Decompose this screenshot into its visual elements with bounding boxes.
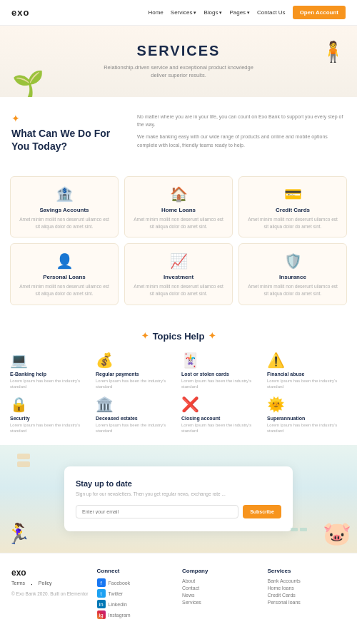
- services-grid: 🏦 Savings Accounts Amet minim mollit non…: [0, 169, 357, 320]
- footer-twitter-link[interactable]: t Twitter: [97, 589, 176, 598]
- service-card-personal-loans[interactable]: 👤 Personal Loans Amet minim mollit non d…: [10, 243, 119, 305]
- home-loans-icon: 🏠: [170, 185, 188, 203]
- footer-linkedin-link[interactable]: in LinkedIn: [97, 600, 176, 608]
- hero-figure-decoration: 🧍: [318, 40, 347, 63]
- topic-security[interactable]: 🔒 Security Lorem Ipsum has been the indu…: [10, 396, 90, 434]
- credit-cards-icon: 💳: [284, 185, 302, 203]
- newsletter-email-input[interactable]: [76, 505, 238, 518]
- hero-plant-decoration: 🌱: [10, 71, 46, 97]
- service-card-savings[interactable]: 🏦 Savings Accounts Amet minim mollit non…: [10, 176, 119, 238]
- topics-star-left: ✦: [141, 331, 149, 341]
- topic-deceased-estates[interactable]: 🏛️ Deceased estates Lorem Ipsum has been…: [96, 396, 176, 434]
- security-title: Security: [10, 416, 30, 421]
- decor-rect-1: [17, 454, 30, 459]
- topics-section: ✦ Topics Help ✦ 💻 E-Banking help Lorem I…: [0, 320, 357, 446]
- footer-company-news[interactable]: News: [182, 593, 261, 598]
- topics-title: ✦ Topics Help ✦: [10, 331, 347, 342]
- lost-cards-desc: Lorem Ipsum has been the industry's stan…: [181, 378, 261, 390]
- footer-policy-links: Terms · Policy: [11, 581, 90, 588]
- ebanking-title: E-Banking help: [10, 372, 46, 377]
- what-heading: What Can We Do For You Today?: [11, 127, 126, 153]
- topics-grid: 💻 E-Banking help Lorem Ipsum has been th…: [10, 352, 347, 434]
- nav-contact[interactable]: Contact Us: [257, 9, 286, 16]
- superannuation-title: Superannuation: [267, 416, 305, 421]
- subscribe-button[interactable]: Subscribe: [243, 505, 281, 518]
- nav-pages[interactable]: Pages: [229, 9, 250, 16]
- nav-services[interactable]: Services: [171, 9, 197, 16]
- footer-company-contact[interactable]: Contact: [182, 586, 261, 591]
- newsletter-figure-left: 🏃‍♀️: [6, 522, 31, 546]
- deceased-estates-icon: 🏛️: [96, 396, 114, 413]
- footer-instagram-link[interactable]: ig Instagram: [97, 610, 176, 619]
- logo: exo: [11, 7, 29, 18]
- home-loans-desc: Amet minim mollit non deserunt ullamco e…: [132, 216, 225, 230]
- topic-payments[interactable]: 💰 Regular payments Lorem Ipsum has been …: [96, 352, 176, 390]
- closing-account-icon: ❌: [181, 396, 199, 413]
- insurance-title: Insurance: [279, 274, 306, 280]
- footer-company-heading: Company: [182, 568, 261, 574]
- footer-copyright: © Exo Bank 2020. Built on Elementor: [11, 591, 90, 596]
- what-body1: No matter where you are in your life, yo…: [137, 113, 346, 128]
- nav-home[interactable]: Home: [148, 9, 163, 16]
- newsletter-figure-right: 🐷: [323, 520, 351, 547]
- footer-services-home-loans[interactable]: Home loans: [268, 586, 346, 591]
- nav-blogs[interactable]: Blogs: [203, 9, 222, 16]
- deceased-estates-title: Deceased estates: [96, 416, 138, 421]
- instagram-icon: ig: [97, 610, 106, 619]
- service-card-insurance[interactable]: 🛡️ Insurance Amet minim mollit non deser…: [238, 243, 347, 305]
- footer-company-about[interactable]: About: [182, 578, 261, 583]
- what-left: ✦ What Can We Do For You Today?: [11, 113, 126, 153]
- footer-facebook-link[interactable]: f Facebook: [97, 578, 176, 587]
- newsletter-decor-tl: [17, 454, 30, 467]
- topic-ebanking[interactable]: 💻 E-Banking help Lorem Ipsum has been th…: [10, 352, 90, 390]
- newsletter-box: Stay up to date Sign up for our newslett…: [64, 466, 293, 531]
- footer-policy-link[interactable]: Policy: [39, 581, 52, 588]
- investment-title: Investment: [164, 274, 193, 280]
- footer-services-personal-loans[interactable]: Personal loans: [268, 600, 346, 605]
- insurance-icon: 🛡️: [284, 252, 302, 270]
- superannuation-icon: 🌞: [267, 396, 285, 413]
- decor-rect-4: [300, 528, 307, 531]
- linkedin-icon: in: [97, 600, 106, 608]
- nav-links: Home Services Blogs Pages Contact Us Ope…: [148, 6, 346, 19]
- open-account-button[interactable]: Open Account: [293, 6, 346, 19]
- star-decoration: ✦: [11, 113, 126, 124]
- credit-cards-desc: Amet minim mollit non deserunt ullamco e…: [246, 216, 339, 230]
- superannuation-desc: Lorem Ipsum has been the industry's stan…: [267, 422, 347, 434]
- topic-financial-abuse[interactable]: ⚠️ Financial abuse Lorem Ipsum has been …: [267, 352, 347, 390]
- investment-desc: Amet minim mollit non deserunt ullamco e…: [132, 283, 225, 297]
- footer-top: exo Terms · Policy © Exo Bank 2020. Buil…: [11, 568, 346, 621]
- footer-services-credit-cards[interactable]: Credit Cards: [268, 593, 346, 598]
- footer-connect: Connect f Facebook t Twitter in LinkedIn…: [97, 568, 176, 621]
- topic-lost-cards[interactable]: 🃏 Lost or stolen cards Lorem Ipsum has b…: [181, 352, 261, 390]
- decor-rect-2: [17, 461, 30, 467]
- footer-services-bank-accounts[interactable]: Bank Accounts: [268, 578, 346, 583]
- personal-loans-title: Personal Loans: [43, 274, 86, 280]
- closing-account-desc: Lorem Ipsum has been the industry's stan…: [181, 422, 261, 434]
- payments-icon: 💰: [96, 352, 114, 369]
- service-card-home-loans[interactable]: 🏠 Home Loans Amet minim mollit non deser…: [124, 176, 233, 238]
- investment-icon: 📈: [170, 252, 188, 270]
- security-icon: 🔒: [10, 396, 28, 413]
- deceased-estates-desc: Lorem Ipsum has been the industry's stan…: [96, 422, 176, 434]
- footer-company-services[interactable]: Services: [182, 600, 261, 605]
- payments-desc: Lorem Ipsum has been the industry's stan…: [96, 378, 176, 390]
- newsletter-decor-br: [291, 528, 307, 531]
- personal-loans-icon: 👤: [56, 252, 74, 270]
- financial-abuse-title: Financial abuse: [267, 372, 305, 377]
- ebanking-icon: 💻: [10, 352, 28, 369]
- security-desc: Lorem Ipsum has been the industry's stan…: [10, 422, 90, 434]
- newsletter-section: 🏃‍♀️ Stay up to date Sign up for our new…: [0, 445, 357, 553]
- topics-star-right: ✦: [208, 331, 216, 341]
- topic-superannuation[interactable]: 🌞 Superannuation Lorem Ipsum has been th…: [267, 396, 347, 434]
- footer-brand: exo Terms · Policy © Exo Bank 2020. Buil…: [11, 568, 90, 621]
- service-card-credit-cards[interactable]: 💳 Credit Cards Amet minim mollit non des…: [238, 176, 347, 238]
- newsletter-desc: Sign up for our newsletters. Then you ge…: [76, 491, 281, 498]
- topics-heading: Topics Help: [153, 331, 205, 342]
- footer-services: Services Bank Accounts Home loans Credit…: [268, 568, 346, 621]
- navbar: exo Home Services Blogs Pages Contact Us…: [0, 0, 357, 26]
- savings-desc: Amet minim mollit non deserunt ullamco e…: [18, 216, 111, 230]
- footer-terms-link[interactable]: Terms: [11, 581, 25, 588]
- topic-closing-account[interactable]: ❌ Closing account Lorem Ipsum has been t…: [181, 396, 261, 434]
- service-card-investment[interactable]: 📈 Investment Amet minim mollit non deser…: [124, 243, 233, 305]
